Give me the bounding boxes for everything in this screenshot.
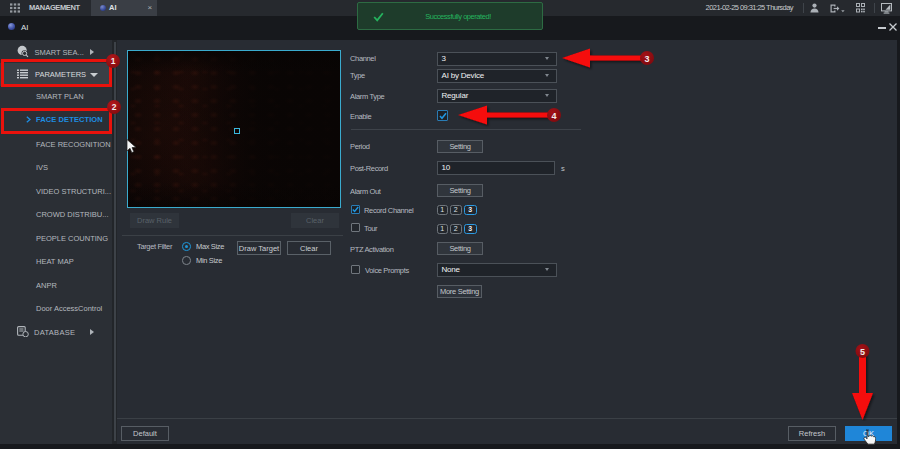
svg-text:5: 5 [860, 347, 865, 357]
svg-text:3: 3 [644, 54, 649, 64]
svg-text:4: 4 [551, 110, 556, 120]
